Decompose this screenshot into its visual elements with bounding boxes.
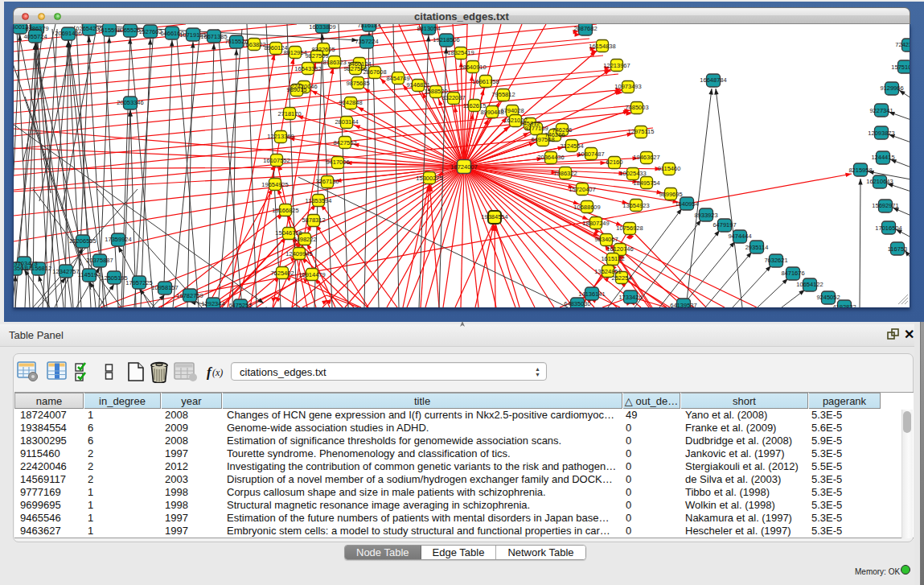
svg-text:2718170: 2718170 xyxy=(277,110,301,117)
svg-text:5878312: 5878312 xyxy=(302,216,325,224)
svg-text:7357224: 7357224 xyxy=(355,38,378,45)
svg-text:3498222: 3498222 xyxy=(293,236,316,243)
svg-text:2803144: 2803144 xyxy=(335,118,358,126)
svg-text:19384554: 19384554 xyxy=(481,213,507,220)
svg-text:1527602: 1527602 xyxy=(138,28,162,35)
svg-text:10973493: 10973493 xyxy=(614,83,641,90)
svg-text:7816184: 7816184 xyxy=(357,24,380,29)
svg-text:15692971: 15692971 xyxy=(872,202,898,209)
svg-text:2867608: 2867608 xyxy=(363,68,386,76)
svg-text:6475255: 6475255 xyxy=(228,302,252,307)
svg-text:16033809: 16033809 xyxy=(309,24,335,31)
svg-text:8215958: 8215958 xyxy=(848,167,872,174)
svg-text:16120746: 16120746 xyxy=(606,245,633,253)
svg-text:9129966: 9129966 xyxy=(880,84,903,92)
svg-text:64835030: 64835030 xyxy=(564,300,590,307)
svg-text:6479197: 6479197 xyxy=(713,221,736,229)
svg-text:(x): (x) xyxy=(212,367,223,378)
svg-text:19654925: 19654925 xyxy=(261,181,288,188)
svg-text:9417006: 9417006 xyxy=(326,159,349,166)
svg-text:9899695: 9899695 xyxy=(659,191,682,198)
svg-text:3267130: 3267130 xyxy=(315,178,339,185)
svg-text:11353594: 11353594 xyxy=(306,197,332,204)
svg-text:9245052: 9245052 xyxy=(816,294,840,301)
svg-text:10688609: 10688609 xyxy=(573,204,600,211)
svg-text:15720407: 15720407 xyxy=(569,186,595,193)
svg-text:10654122: 10654122 xyxy=(796,281,823,288)
svg-text:8322037: 8322037 xyxy=(441,94,465,101)
svg-text:16914479: 16914479 xyxy=(298,271,325,278)
svg-text:20364436: 20364436 xyxy=(537,154,564,161)
svg-text:16543382: 16543382 xyxy=(294,65,321,72)
svg-text:12505195: 12505195 xyxy=(101,274,127,282)
svg-text:19218506: 19218506 xyxy=(433,36,459,43)
svg-text:10025433: 10025433 xyxy=(619,170,646,177)
svg-text:16782759: 16782759 xyxy=(176,292,203,299)
svg-text:16961758: 16961758 xyxy=(472,78,499,85)
svg-text:2935114: 2935114 xyxy=(745,244,769,251)
svg-text:15751074: 15751074 xyxy=(891,64,910,71)
svg-text:7632621: 7632621 xyxy=(764,257,787,264)
svg-text:62160: 62160 xyxy=(606,159,623,166)
svg-text:7485003: 7485003 xyxy=(625,104,648,111)
svg-text:12342757: 12342757 xyxy=(52,268,79,275)
svg-text:1244415: 1244415 xyxy=(871,154,894,161)
svg-text:16154838: 16154838 xyxy=(589,43,615,50)
svg-text:8813054: 8813054 xyxy=(417,25,440,32)
svg-text:3124554: 3124554 xyxy=(560,142,583,150)
svg-text:9227341: 9227341 xyxy=(869,107,893,114)
svg-text:9115460: 9115460 xyxy=(658,165,681,172)
svg-text:14136141: 14136141 xyxy=(578,290,605,298)
svg-text:7955812: 7955812 xyxy=(491,91,515,98)
svg-text:10756928: 10756928 xyxy=(616,225,643,232)
svg-text:9242848: 9242848 xyxy=(339,99,362,106)
svg-text:9875685: 9875685 xyxy=(346,80,369,87)
svg-text:20206555: 20206555 xyxy=(69,237,96,245)
svg-text:64139537: 64139537 xyxy=(670,302,696,307)
svg-text:12409945: 12409945 xyxy=(285,250,312,257)
svg-text:12213369: 12213369 xyxy=(267,133,294,140)
svg-text:18724007: 18724007 xyxy=(450,163,477,171)
svg-text:16648784: 16648784 xyxy=(700,76,726,84)
svg-text:18325419: 18325419 xyxy=(447,49,474,56)
svg-text:7663822: 7663822 xyxy=(242,41,265,48)
svg-text:989015: 989015 xyxy=(286,86,306,93)
svg-text:6497568: 6497568 xyxy=(531,136,554,143)
svg-text:17359924: 17359924 xyxy=(105,236,131,243)
svg-text:116753: 116753 xyxy=(888,245,907,253)
svg-text:8427552: 8427552 xyxy=(333,139,356,146)
svg-text:8386379: 8386379 xyxy=(25,25,48,32)
svg-text:19166825: 19166825 xyxy=(272,207,298,214)
svg-text:9834067: 9834067 xyxy=(594,236,618,243)
svg-text:12093873: 12093873 xyxy=(868,130,894,137)
svg-text:17016504: 17016504 xyxy=(875,225,901,232)
svg-text:8471676: 8471676 xyxy=(781,270,804,277)
svg-text:1145194: 1145194 xyxy=(78,271,101,278)
svg-text:2087682: 2087682 xyxy=(573,25,597,32)
svg-text:16210643: 16210643 xyxy=(866,178,893,185)
svg-text:8933923: 8933923 xyxy=(694,212,717,219)
svg-text:18495754: 18495754 xyxy=(633,179,659,187)
svg-text:72423884: 72423884 xyxy=(895,41,910,48)
svg-text:1615132: 1615132 xyxy=(601,255,624,262)
svg-text:10958157: 10958157 xyxy=(151,284,178,291)
svg-text:1640954: 1640954 xyxy=(675,200,698,208)
svg-text:12213967: 12213967 xyxy=(603,62,630,69)
svg-text:7625402: 7625402 xyxy=(270,270,294,277)
svg-text:746266: 746266 xyxy=(552,126,572,134)
svg-text:17957225: 17957225 xyxy=(125,279,152,286)
svg-text:4192832: 4192832 xyxy=(832,303,856,307)
svg-text:6794028: 6794028 xyxy=(500,107,524,114)
svg-text:252254: 252254 xyxy=(611,274,631,282)
svg-text:12975115: 12975115 xyxy=(628,128,655,135)
svg-text:13654923: 13654923 xyxy=(622,202,649,209)
svg-text:7986322: 7986322 xyxy=(553,170,577,177)
svg-text:10807487: 10807487 xyxy=(577,150,604,158)
svg-text:9474444: 9474444 xyxy=(728,233,751,240)
svg-text:20375887: 20375887 xyxy=(86,257,113,264)
svg-text:16671385: 16671385 xyxy=(200,33,227,40)
svg-text:1292344: 1292344 xyxy=(201,300,224,307)
svg-text:1733426: 1733426 xyxy=(618,294,642,301)
svg-text:8912954: 8912954 xyxy=(283,49,306,56)
svg-text:18807249: 18807249 xyxy=(582,220,609,227)
